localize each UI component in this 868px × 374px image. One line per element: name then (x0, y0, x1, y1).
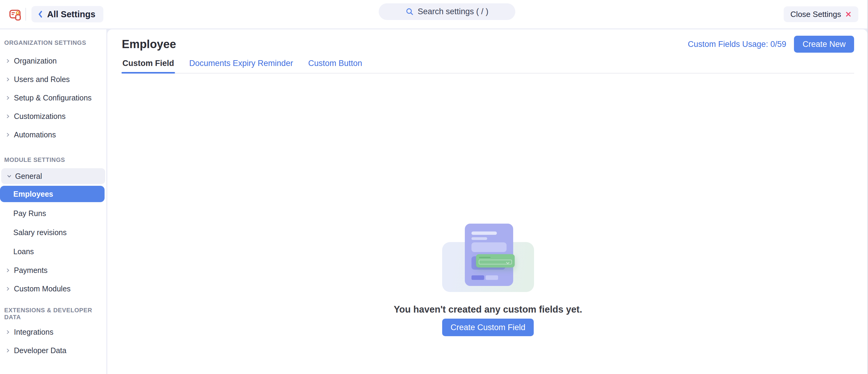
close-settings-button[interactable]: Close Settings (784, 6, 858, 22)
illustration-secondary-button (486, 275, 498, 280)
sidebar-item-label: Payments (14, 266, 48, 275)
illustration-dropdown-label-line (479, 257, 491, 258)
sidebar-item-label: Integrations (14, 328, 54, 337)
page-header-actions: Custom Fields Usage: 0/59 Create New (688, 36, 854, 53)
top-bar-left: All Settings (8, 6, 103, 22)
sidebar-item-label: General (15, 172, 42, 181)
empty-state: You haven't created any custom fields ye… (122, 74, 854, 336)
sidebar-item-employees[interactable]: Employees (0, 186, 104, 202)
sidebar-item-pay-runs[interactable]: Pay Runs (0, 204, 106, 223)
sidebar-item-integrations[interactable]: Integrations (0, 323, 106, 341)
search-icon (406, 7, 414, 16)
illustration-input-block (471, 242, 506, 252)
settings-sidebar: ORGANIZATION SETTINGSOrganizationUsers a… (0, 29, 106, 374)
sidebar-item-organization[interactable]: Organization (0, 52, 106, 70)
search-placeholder: Search settings ( / ) (418, 7, 488, 16)
chevron-right-icon (5, 114, 11, 119)
empty-state-message: You haven't created any custom fields ye… (394, 304, 582, 315)
sidebar-item-developer-data[interactable]: Developer Data (0, 341, 106, 360)
empty-state-illustration (442, 224, 534, 292)
page-title: Employee (122, 38, 176, 51)
tab-documents-expiry-reminder[interactable]: Documents Expiry Reminder (189, 58, 293, 73)
chevron-right-icon (5, 95, 11, 100)
sidebar-item-payments[interactable]: Payments (0, 261, 106, 280)
tab-bar: Custom FieldDocuments Expiry ReminderCus… (122, 58, 854, 74)
sidebar-item-loans[interactable]: Loans (0, 242, 106, 261)
settings-search-input[interactable]: Search settings ( / ) (379, 3, 515, 20)
sidebar-item-label: Loans (13, 247, 34, 256)
chevron-right-icon (5, 132, 11, 137)
chevron-right-icon (5, 77, 11, 82)
sidebar-item-users-and-roles[interactable]: Users and Roles (0, 70, 106, 89)
chevron-right-icon (5, 58, 11, 63)
illustration-subtitle-line (471, 237, 487, 240)
custom-fields-usage-link[interactable]: Custom Fields Usage: 0/59 (688, 40, 786, 49)
page-header: Employee Custom Fields Usage: 0/59 Creat… (122, 35, 854, 53)
close-x-icon (845, 11, 852, 18)
sidebar-item-general[interactable]: General (1, 168, 105, 184)
close-settings-label: Close Settings (790, 10, 841, 19)
sidebar-item-label: Customizations (14, 112, 66, 121)
tab-custom-button[interactable]: Custom Button (308, 58, 362, 73)
sidebar-item-label: Organization (14, 57, 57, 65)
main-panel: Employee Custom Fields Usage: 0/59 Creat… (107, 29, 867, 374)
chevron-right-icon (5, 329, 11, 335)
chevron-right-icon (5, 286, 11, 291)
sidebar-item-custom-modules[interactable]: Custom Modules (0, 280, 106, 298)
chevron-right-icon (5, 348, 11, 353)
sidebar-item-label: Setup & Configurations (14, 93, 92, 102)
create-new-button[interactable]: Create New (794, 36, 854, 53)
chevron-left-icon (37, 10, 43, 19)
sidebar-section-module-settings: MODULE SETTINGS (0, 153, 106, 166)
sidebar-section-organization-settings: ORGANIZATION SETTINGS (0, 36, 106, 49)
sidebar-section-extensions-developer-data: EXTENSIONS & DEVELOPER DATA (0, 307, 106, 320)
payroll-logo-icon[interactable] (8, 7, 22, 21)
top-bar: All Settings Search settings ( / ) Close… (0, 0, 867, 28)
sidebar-item-automations[interactable]: Automations (0, 125, 106, 144)
sidebar-item-label: Custom Modules (14, 284, 71, 293)
create-custom-field-button[interactable]: Create Custom Field (442, 319, 534, 336)
sidebar-item-setup-configurations[interactable]: Setup & Configurations (0, 89, 106, 107)
sidebar-item-label: Users and Roles (14, 75, 70, 84)
all-settings-label: All Settings (47, 9, 95, 19)
settings-window: All Settings Search settings ( / ) Close… (0, 0, 868, 374)
illustration-select-box (479, 260, 512, 264)
sidebar-item-customizations[interactable]: Customizations (0, 107, 106, 125)
illustration-primary-button (471, 275, 484, 280)
sidebar-item-label: Developer Data (14, 346, 66, 355)
tab-custom-field[interactable]: Custom Field (122, 58, 174, 73)
divider (25, 8, 26, 21)
sidebar-item-salary-revisions[interactable]: Salary revisions (0, 223, 106, 242)
sidebar-item-label: Automations (14, 131, 56, 139)
illustration-title-line (471, 231, 497, 235)
content-region: ORGANIZATION SETTINGSOrganizationUsers a… (0, 28, 867, 374)
sidebar-item-label: Employees (13, 190, 53, 199)
sidebar-item-label: Salary revisions (13, 228, 66, 237)
chevron-right-icon (5, 268, 11, 273)
all-settings-back-button[interactable]: All Settings (31, 6, 103, 22)
sidebar-item-label: Pay Runs (13, 209, 46, 218)
chevron-down-icon (7, 174, 12, 179)
